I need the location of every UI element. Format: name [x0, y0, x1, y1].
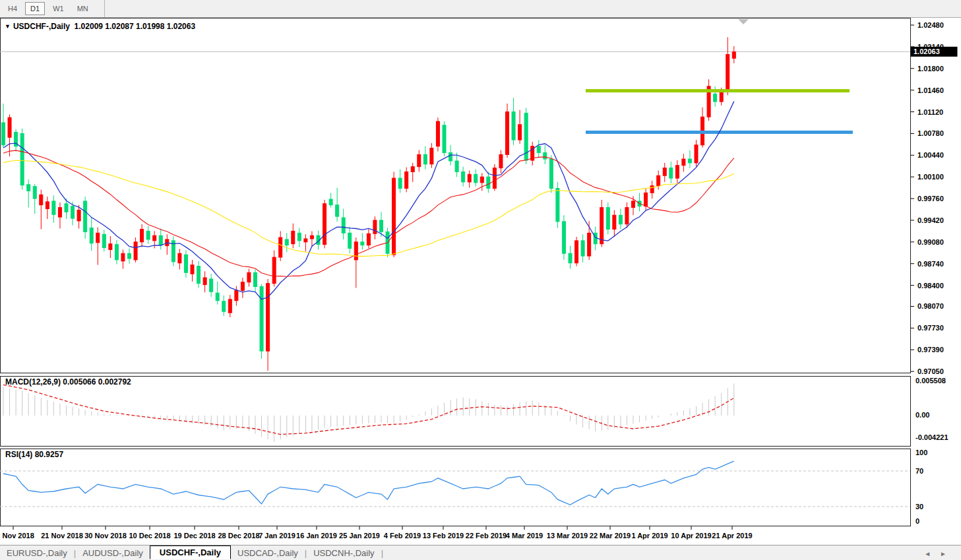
- candle-body: [342, 218, 345, 233]
- candle-body: [436, 121, 439, 146]
- candle-body: [304, 239, 307, 242]
- candle-body: [109, 244, 112, 250]
- candle-body: [543, 152, 547, 159]
- candle-body: [90, 228, 93, 243]
- candle-body: [140, 229, 144, 241]
- candle-body: [688, 159, 691, 163]
- candle-body: [272, 257, 276, 284]
- date-tick-label: 13 Feb 2019: [423, 532, 464, 540]
- candle-body: [380, 220, 383, 232]
- candle-body: [657, 175, 660, 185]
- candle-body: [228, 299, 232, 313]
- candle-body: [58, 208, 61, 218]
- candle-body: [732, 52, 735, 59]
- price-tick-label: 0.98400: [917, 282, 944, 290]
- rsi-axis-label: 0: [915, 517, 919, 525]
- candle-body: [336, 205, 339, 216]
- candle-body: [650, 186, 654, 193]
- price-tick-label: 0.98740: [917, 260, 944, 268]
- chart-symbol-label: USDCHF-,Daily: [13, 22, 70, 31]
- tab-scroll-left-icon[interactable]: ◄: [924, 550, 940, 557]
- price-tick-label: 1.02480: [917, 21, 944, 29]
- price-tick-label: 0.97730: [917, 324, 944, 332]
- tab-usdcnh[interactable]: USDCNH-,Daily: [307, 547, 381, 559]
- candle-body: [102, 234, 106, 247]
- rsi-axis-label: 70: [915, 467, 923, 475]
- price-tick-label: 1.01120: [917, 108, 943, 116]
- date-tick-label: 4 Mar 2019: [506, 532, 543, 540]
- tab-eurusd[interactable]: EURUSD-,Daily: [0, 547, 74, 559]
- chart-ohlc-values: 1.02009 1.02087 1.01998 1.02063: [75, 22, 196, 31]
- candle-body: [254, 272, 257, 286]
- candle-body: [297, 233, 301, 241]
- candle-body: [367, 233, 370, 245]
- candle-body: [2, 123, 5, 145]
- date-tick-label: 1 Apr 2019: [631, 532, 667, 540]
- rsi-panel-frame: [1, 449, 911, 526]
- candle-body: [77, 210, 80, 220]
- candle-body: [121, 253, 125, 261]
- macd-indicator-label: MACD(12,26,9) 0.005066 0.002792: [5, 377, 131, 387]
- candle-body: [581, 241, 584, 256]
- candle-body: [726, 54, 729, 91]
- candle-body: [588, 233, 591, 256]
- date-tick-label: 21 Nov 2018: [41, 532, 83, 540]
- date-tick-label: 30 Nov 2018: [84, 532, 127, 540]
- candle-body: [675, 166, 679, 178]
- tab-usdchf[interactable]: USDCHF-,Daily: [150, 545, 231, 559]
- tab-usdcad[interactable]: USDCAD-,Daily: [231, 547, 305, 559]
- candle-body: [285, 239, 288, 245]
- collapse-arrow-icon[interactable]: ▼: [5, 23, 11, 30]
- candle-body: [411, 167, 414, 172]
- macd-axis-label: -0.004221: [915, 433, 948, 441]
- candle-body: [405, 171, 408, 188]
- price-tick-label: 1.00780: [917, 129, 944, 137]
- candle-body: [606, 208, 609, 230]
- date-tick-label: 12 Nov 2018: [0, 532, 34, 540]
- candle-body: [487, 177, 490, 188]
- candle-body: [292, 231, 295, 243]
- rsi-indicator-label: RSI(14) 80.9257: [5, 450, 63, 459]
- resistance-line-green: [586, 89, 850, 92]
- candle-body: [594, 233, 597, 243]
- price-tick-label: 0.97390: [917, 346, 944, 354]
- candle-body: [499, 154, 503, 168]
- candle-body: [266, 284, 270, 352]
- candle-body: [146, 231, 150, 239]
- candle-body: [669, 168, 673, 178]
- candle-body: [720, 92, 723, 102]
- date-tick-label: 13 Mar 2019: [547, 532, 588, 540]
- candle-body: [52, 201, 55, 214]
- tab-separator: |: [381, 548, 383, 558]
- date-tick-label: 25 Jan 2019: [339, 532, 380, 540]
- macd-axis-label: 0.00: [915, 411, 929, 419]
- candle-body: [260, 287, 263, 352]
- candle-body: [625, 208, 629, 224]
- tab-scroll-right-icon[interactable]: ►: [940, 550, 956, 557]
- candle-body: [512, 112, 515, 140]
- moving-average-21: [3, 150, 734, 276]
- candle-body: [159, 235, 162, 245]
- candle-body: [506, 112, 509, 155]
- tab-audusd[interactable]: AUDUSD-,Daily: [76, 547, 150, 559]
- candle-body: [455, 161, 458, 171]
- candle-body: [235, 290, 238, 300]
- price-chart-svg[interactable]: 1.024801.021401.018001.014601.011201.007…: [0, 0, 961, 560]
- candle-body: [663, 168, 666, 176]
- candle-body: [398, 178, 402, 188]
- macd-panel-frame: [1, 377, 911, 447]
- macd-signal-line: [3, 385, 734, 434]
- candle-body: [562, 222, 565, 253]
- price-tick-label: 0.99080: [917, 238, 944, 246]
- price-tick-label: 1.01800: [917, 65, 944, 73]
- price-tick-label: 1.01460: [917, 86, 944, 94]
- price-tick-label: 0.98070: [917, 302, 944, 310]
- candle-body: [323, 204, 326, 245]
- current-price-badge-label: 1.02063: [914, 47, 940, 55]
- date-tick-label: 16 Jan 2019: [296, 532, 337, 540]
- tab-scroll-arrows[interactable]: ◄►: [924, 550, 956, 557]
- date-tick-label: 19 Dec 2018: [174, 532, 216, 540]
- rsi-axis-label: 30: [915, 503, 923, 511]
- candle-body: [96, 233, 100, 243]
- candle-body: [71, 206, 75, 218]
